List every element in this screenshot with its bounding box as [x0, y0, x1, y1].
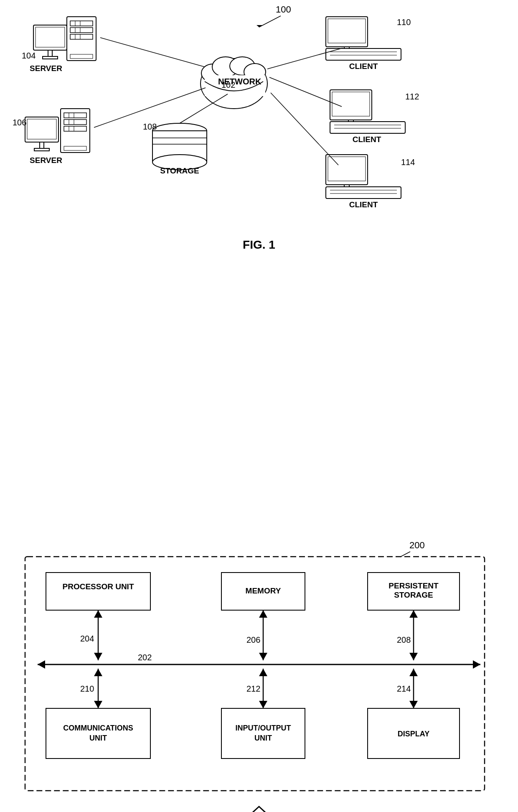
svg-text:CLIENT: CLIENT [353, 135, 381, 144]
svg-text:PERSISTENT: PERSISTENT [388, 581, 439, 590]
svg-text:202: 202 [138, 653, 152, 662]
svg-rect-34 [64, 113, 86, 118]
svg-rect-79 [326, 187, 401, 199]
page: 100 NETWORK 102 [0, 0, 518, 812]
svg-rect-17 [70, 28, 93, 33]
svg-line-28 [100, 38, 205, 67]
svg-text:SERVER: SERVER [30, 156, 62, 165]
fig1-diagram: 100 NETWORK 102 [0, 0, 518, 251]
svg-rect-35 [64, 120, 86, 125]
svg-text:102: 102 [221, 80, 235, 89]
svg-text:COMMUNICATIONS: COMMUNICATIONS [63, 724, 133, 732]
svg-text:INPUT/OUTPUT: INPUT/OUTPUT [236, 724, 291, 732]
svg-rect-32 [34, 148, 49, 151]
svg-text:104: 104 [22, 51, 36, 60]
svg-rect-14 [43, 56, 58, 59]
svg-text:206: 206 [246, 635, 260, 644]
svg-text:DISPLAY: DISPLAY [398, 730, 429, 738]
svg-rect-12 [36, 27, 65, 47]
svg-text:UNIT: UNIT [254, 734, 272, 742]
svg-text:STORAGE: STORAGE [160, 166, 199, 175]
svg-text:STORAGE: STORAGE [394, 591, 433, 599]
svg-rect-36 [64, 126, 86, 131]
svg-rect-56 [328, 19, 366, 43]
svg-text:214: 214 [397, 684, 411, 693]
svg-marker-132 [234, 807, 284, 812]
svg-text:212: 212 [246, 684, 260, 693]
svg-text:112: 112 [405, 92, 419, 101]
svg-text:114: 114 [401, 158, 415, 167]
svg-text:106: 106 [13, 118, 26, 127]
svg-text:110: 110 [397, 18, 411, 27]
fig1-container: 100 NETWORK 102 [0, 0, 518, 259]
svg-text:108: 108 [143, 122, 157, 131]
svg-rect-31 [40, 142, 44, 148]
svg-text:208: 208 [397, 635, 411, 644]
svg-rect-59 [326, 48, 401, 60]
fig2-container: 200 PROCESSOR UNIT MEMORY PERSISTENT STO… [0, 527, 518, 812]
svg-text:MEMORY: MEMORY [246, 586, 281, 595]
svg-text:UNIT: UNIT [89, 734, 107, 742]
svg-line-84 [271, 93, 338, 165]
svg-rect-127 [221, 708, 305, 759]
svg-rect-43 [64, 146, 86, 150]
svg-text:204: 204 [80, 634, 94, 643]
svg-text:200: 200 [409, 540, 425, 550]
svg-text:100: 100 [276, 4, 291, 15]
svg-text:CLIENT: CLIENT [349, 200, 378, 209]
svg-text:SERVER: SERVER [30, 64, 62, 73]
svg-line-46 [94, 88, 206, 127]
svg-line-1 [259, 16, 281, 27]
svg-rect-69 [330, 122, 405, 133]
svg-rect-16 [70, 21, 93, 26]
svg-rect-89 [46, 573, 150, 610]
fig1-label: FIG. 1 [243, 238, 275, 252]
svg-rect-18 [70, 34, 93, 39]
fig2-diagram: 200 PROCESSOR UNIT MEMORY PERSISTENT STO… [0, 527, 518, 812]
svg-text:CLIENT: CLIENT [349, 62, 378, 71]
svg-text:210: 210 [80, 684, 94, 693]
svg-rect-30 [27, 119, 56, 139]
svg-text:PROCESSOR UNIT: PROCESSOR UNIT [62, 582, 134, 591]
svg-rect-124 [46, 708, 150, 759]
svg-rect-66 [332, 92, 370, 116]
svg-rect-25 [70, 54, 93, 59]
svg-rect-13 [48, 50, 52, 56]
svg-line-54 [180, 94, 228, 123]
